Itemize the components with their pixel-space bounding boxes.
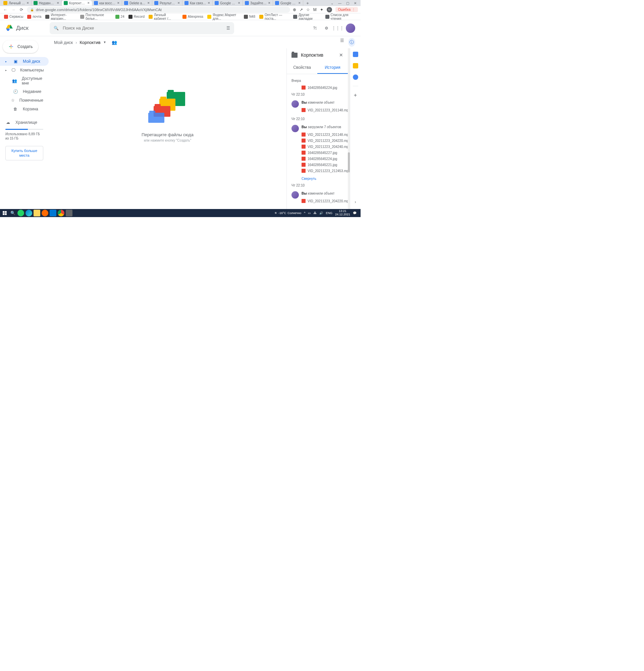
drive-logo[interactable]: Диск	[5, 24, 50, 32]
browser-tab[interactable]: Корпоктив – G✕	[62, 0, 92, 6]
activity-file[interactable]: 1640285645224.jpg	[287, 85, 348, 91]
search-input[interactable]	[63, 25, 222, 30]
calendar-icon[interactable]	[353, 52, 358, 57]
browser-tab[interactable]: Задайте вопрос✕	[243, 0, 273, 6]
help-icon[interactable]: ?⃝	[312, 25, 318, 31]
new-tab-button[interactable]: +	[305, 1, 311, 5]
back-button[interactable]: ←	[3, 7, 8, 12]
search-box[interactable]: 🔍 ☰	[50, 22, 234, 34]
buy-storage-button[interactable]: Купить больше места	[5, 146, 43, 160]
bookmark-item[interactable]: Другие закладки	[292, 12, 322, 21]
sidebar-item-storage[interactable]: ☁ Хранилище	[5, 118, 43, 127]
bookmark-item[interactable]: Постельное белье...	[79, 12, 113, 21]
scrollbar[interactable]	[348, 48, 350, 209]
sidebar-item-Корзина[interactable]: 🗑Корзина	[0, 105, 49, 113]
app-icon-2[interactable]	[66, 210, 73, 216]
gmail-icon[interactable]: M	[313, 8, 317, 12]
tray-icon-1[interactable]: ▭	[308, 211, 311, 215]
sidebar-item-Доступные мне[interactable]: 👥Доступные мне	[0, 75, 49, 87]
volume-icon[interactable]: 🔊	[319, 211, 323, 215]
profile-avatar[interactable]	[346, 24, 355, 33]
close-tab-icon[interactable]: ✕	[147, 1, 150, 5]
breadcrumb-current[interactable]: Корпоктив	[79, 40, 100, 45]
explorer-icon[interactable]	[34, 210, 40, 216]
whatsapp-icon[interactable]	[17, 210, 24, 216]
bookmark-item[interactable]: ОптЛист — поста...	[258, 12, 291, 21]
activity-file[interactable]: VID_20211223_201148.mp4	[301, 107, 348, 113]
app-icon-1[interactable]	[42, 210, 48, 216]
bookmark-item[interactable]: Список для чтения	[324, 12, 358, 21]
sidebar-item-Мой диск[interactable]: ▸▣Мой диск	[0, 57, 49, 66]
forward-button[interactable]: →	[11, 7, 16, 12]
maximize-button[interactable]: ▢	[346, 1, 349, 5]
edge-icon[interactable]	[25, 210, 32, 216]
empty-state[interactable]: Перетащите файлы сюда или нажмите кнопку…	[49, 48, 286, 209]
share-folder-icon[interactable]: 👥	[112, 40, 117, 45]
browser-tab[interactable]: Google Drive Co✕	[212, 0, 243, 6]
profile-avatar-small[interactable]: U	[327, 7, 332, 12]
close-tab-icon[interactable]: ✕	[57, 1, 59, 5]
close-window-button[interactable]: ✕	[354, 1, 357, 5]
clock[interactable]: 13:21 24.12.2021	[335, 210, 350, 216]
browser-tab[interactable]: Google Перевод✕	[273, 0, 303, 6]
browser-tab[interactable]: Недавние – Goog✕	[31, 0, 62, 6]
browser-tab[interactable]: Личный кабинет✕	[1, 0, 31, 6]
tasks-icon[interactable]	[353, 75, 358, 80]
activity-file[interactable]: VID_20211223_212453.mp4	[301, 168, 348, 174]
tray-chevron-icon[interactable]: ^	[304, 211, 305, 215]
close-panel-button[interactable]: ✕	[339, 52, 343, 58]
browser-tab[interactable]: Как связаться со✕	[182, 0, 212, 6]
search-taskbar-icon[interactable]: 🔍	[9, 210, 16, 216]
network-icon[interactable]: 🖧	[313, 211, 317, 215]
share-icon[interactable]: ↗	[299, 8, 303, 12]
bookmark-item[interactable]: Aliexpress	[181, 12, 205, 21]
breadcrumb-root[interactable]: Мой диск	[54, 40, 73, 45]
bookmark-item[interactable]: Сервисы	[3, 12, 25, 21]
add-addon-button[interactable]: +	[354, 92, 357, 98]
bookmark-item[interactable]: N48	[243, 12, 257, 21]
collapse-link[interactable]: Свернуть	[287, 176, 348, 181]
collapse-rail-button[interactable]: ›	[355, 200, 356, 204]
activity-file[interactable]: VID_20211223_204220.mp4	[301, 138, 348, 143]
activity-file[interactable]: 1640285645221.jpg	[301, 162, 348, 168]
browser-tab[interactable]: как восстановит✕	[92, 0, 122, 6]
bookmark-item[interactable]: почта	[26, 12, 42, 21]
browser-tab[interactable]: Delete and restor✕	[122, 0, 152, 6]
notifications-icon[interactable]: 💬	[353, 211, 357, 215]
activity-file[interactable]: VID_20211223_204220.mp4	[301, 198, 348, 204]
activity-file[interactable]: 1640285645224.jpg	[301, 156, 348, 162]
activity-file[interactable]: VID_20211223_204240.mp4	[301, 143, 348, 150]
chevron-down-icon[interactable]: ▼	[103, 41, 106, 44]
extensions-icon[interactable]: ✦	[320, 8, 323, 12]
tab-history[interactable]: История	[317, 62, 348, 74]
install-icon[interactable]: ⊕	[293, 8, 296, 12]
chevron-down-icon[interactable]: ⌄	[331, 1, 333, 5]
close-tab-icon[interactable]: ✕	[238, 1, 241, 5]
close-tab-icon[interactable]: ✕	[298, 1, 301, 5]
star-icon[interactable]: ☆	[306, 8, 310, 12]
sidebar-item-Недавние[interactable]: 🕘Недавние	[0, 87, 49, 96]
sidebar-item-Помеченные[interactable]: ☆Помеченные	[0, 96, 49, 105]
close-tab-icon[interactable]: ✕	[117, 1, 120, 5]
list-view-icon[interactable]: ☰	[340, 38, 344, 47]
bookmark-item[interactable]: Record	[127, 12, 146, 21]
browser-tab[interactable]: Результаты поис✕	[152, 0, 182, 6]
error-badge[interactable]: Ошибка⋮	[335, 7, 358, 12]
minimize-button[interactable]: —	[338, 1, 342, 5]
bookmark-item[interactable]: 24	[114, 12, 126, 21]
language-indicator[interactable]: ENG	[326, 211, 332, 215]
tab-properties[interactable]: Свойства	[287, 62, 317, 74]
keep-icon[interactable]	[353, 63, 358, 68]
start-button[interactable]	[1, 210, 8, 216]
activity-file[interactable]: VID_20211223_201148.mp4	[301, 131, 348, 138]
sidebar-item-Компьютеры[interactable]: ▸🖵Компьютеры	[0, 66, 49, 75]
reload-button[interactable]: ⟳	[19, 7, 24, 12]
chrome-icon[interactable]	[58, 210, 64, 216]
scrollbar-thumb[interactable]	[348, 152, 350, 173]
close-tab-icon[interactable]: ✕	[208, 1, 210, 5]
search-options-icon[interactable]: ☰	[227, 26, 230, 30]
settings-icon[interactable]: ⚙	[323, 25, 330, 31]
url-input[interactable]: 🔒 drive.google.com/drive/u/1/folders/108…	[27, 7, 290, 13]
close-tab-icon[interactable]: ✕	[26, 1, 29, 5]
mail-icon[interactable]	[50, 210, 56, 216]
